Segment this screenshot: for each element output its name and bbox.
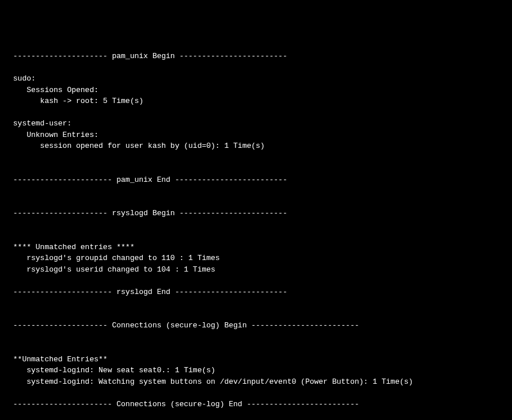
log-line: Sessions Opened: [9, 85, 503, 96]
log-line: --------------------- rsyslogd Begin ---… [9, 208, 503, 219]
log-line: systemd-logind: New seat seat0.: 1 Time(… [9, 365, 503, 376]
log-line: Unknown Entries: [9, 129, 503, 141]
log-line [9, 107, 503, 119]
log-line [9, 331, 503, 343]
log-line: **Unmatched Entries** [9, 354, 503, 365]
log-line: rsyslogd's groupid changed to 110 : 1 Ti… [9, 253, 503, 264]
log-line: ---------------------- rsyslogd End ----… [9, 287, 503, 298]
log-line [9, 230, 503, 242]
log-line [9, 62, 503, 74]
log-line [9, 197, 503, 208]
log-line [9, 342, 503, 354]
log-line: kash -> root: 5 Time(s) [9, 96, 503, 107]
log-line [9, 309, 503, 320]
log-line [9, 275, 503, 287]
log-line: --------------------- Connections (secur… [9, 320, 503, 331]
log-line [9, 185, 503, 197]
log-line: systemd-user: [9, 118, 503, 129]
log-line: session opened for user kash by (uid=0):… [9, 140, 503, 152]
log-line [9, 152, 503, 163]
log-line [9, 219, 503, 231]
terminal-output: --------------------- pam_unix Begin ---… [9, 51, 503, 420]
log-line: sudo: [9, 73, 503, 85]
log-line [9, 410, 503, 420]
log-line: systemd-logind: Watching system buttons … [9, 376, 503, 388]
log-line: --------------------- pam_unix Begin ---… [9, 51, 503, 62]
log-line [9, 163, 503, 174]
log-line: ---------------------- pam_unix End ----… [9, 174, 503, 186]
log-line: rsyslogd's userid changed to 104 : 1 Tim… [9, 264, 503, 276]
log-line: ---------------------- Connections (secu… [9, 399, 503, 410]
log-line [9, 297, 503, 309]
log-line [9, 387, 503, 399]
log-line: **** Unmatched entries **** [9, 242, 503, 253]
